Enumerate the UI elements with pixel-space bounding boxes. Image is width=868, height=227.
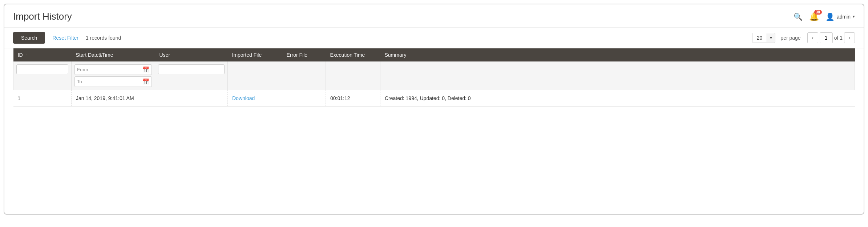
filter-summary-cell bbox=[380, 61, 855, 90]
col-header-imported[interactable]: Imported File bbox=[228, 48, 282, 61]
table-header-row: ID ↑ Start Date&Time User Imported File … bbox=[13, 48, 855, 61]
toolbar: Search Reset Filter 1 records found 20 ▾… bbox=[4, 28, 864, 48]
import-history-table: ID ↑ Start Date&Time User Imported File … bbox=[13, 48, 855, 107]
records-found: 1 records found bbox=[86, 35, 121, 41]
header-right: 🔍 🔔 38 👤 admin ▾ bbox=[794, 12, 855, 21]
prev-page-button[interactable]: ‹ bbox=[807, 32, 818, 43]
filter-error-cell bbox=[282, 61, 326, 90]
user-name: admin bbox=[837, 14, 851, 20]
page-of-label: of 1 bbox=[834, 35, 843, 41]
search-button[interactable]: Search bbox=[13, 32, 45, 44]
date-to-wrapper[interactable]: To 📅 bbox=[74, 76, 152, 87]
next-page-button[interactable]: › bbox=[844, 32, 855, 43]
per-page-value: 20 bbox=[752, 33, 767, 43]
table-wrapper: ID ↑ Start Date&Time User Imported File … bbox=[4, 48, 864, 114]
col-header-error[interactable]: Error File bbox=[282, 48, 326, 61]
cell-date: Jan 14, 2019, 9:41:01 AM bbox=[72, 90, 155, 107]
search-icon[interactable]: 🔍 bbox=[794, 12, 803, 21]
notification-badge: 38 bbox=[814, 10, 822, 15]
cell-exec-time: 00:01:12 bbox=[326, 90, 380, 107]
calendar-to-icon[interactable]: 📅 bbox=[142, 78, 149, 85]
cell-summary: Created: 1994, Updated: 0, Deleted: 0 bbox=[380, 90, 855, 107]
table-row: 1 Jan 14, 2019, 9:41:01 AM Download 00:0… bbox=[13, 90, 855, 107]
cell-id: 1 bbox=[13, 90, 72, 107]
cell-imported: Download bbox=[228, 90, 282, 107]
header: Import History 🔍 🔔 38 👤 admin ▾ bbox=[4, 4, 864, 28]
page-title: Import History bbox=[13, 11, 72, 22]
date-from-wrapper[interactable]: From 📅 bbox=[74, 64, 152, 75]
filter-imported-cell bbox=[228, 61, 282, 90]
user-icon: 👤 bbox=[825, 12, 835, 21]
page-number-input[interactable] bbox=[820, 32, 833, 43]
download-link[interactable]: Download bbox=[232, 95, 255, 101]
page-nav: ‹ of 1 › bbox=[807, 32, 855, 43]
user-menu[interactable]: 👤 admin ▾ bbox=[825, 12, 855, 21]
sort-icon-id: ↑ bbox=[26, 53, 28, 57]
per-page-dropdown-arrow[interactable]: ▾ bbox=[767, 33, 775, 42]
chevron-down-icon: ▾ bbox=[853, 14, 855, 19]
filter-user-cell bbox=[155, 61, 228, 90]
filter-date-cell: From 📅 To 📅 bbox=[72, 61, 155, 90]
reset-filter-button[interactable]: Reset Filter bbox=[51, 32, 80, 44]
col-header-user[interactable]: User bbox=[155, 48, 228, 61]
col-header-date[interactable]: Start Date&Time bbox=[72, 48, 155, 61]
calendar-from-icon[interactable]: 📅 bbox=[142, 66, 149, 73]
col-header-summary[interactable]: Summary bbox=[380, 48, 855, 61]
col-header-exec-time[interactable]: Execution Time bbox=[326, 48, 380, 61]
pagination-controls: 20 ▾ per page ‹ of 1 › bbox=[752, 32, 855, 43]
filter-id-cell bbox=[13, 61, 72, 90]
notification-bell[interactable]: 🔔 38 bbox=[809, 12, 819, 21]
date-to-placeholder: To bbox=[77, 79, 141, 84]
per-page-label: per page bbox=[780, 35, 800, 41]
date-filter-group: From 📅 To 📅 bbox=[74, 64, 152, 87]
cell-error bbox=[282, 90, 326, 107]
filter-user-input[interactable] bbox=[158, 64, 225, 74]
filter-id-input[interactable] bbox=[16, 64, 68, 74]
date-from-placeholder: From bbox=[77, 67, 141, 72]
cell-user bbox=[155, 90, 228, 107]
filter-row: From 📅 To 📅 bbox=[13, 61, 855, 90]
col-header-id[interactable]: ID ↑ bbox=[13, 48, 72, 61]
per-page-select[interactable]: 20 ▾ bbox=[752, 33, 776, 43]
filter-exec-cell bbox=[326, 61, 380, 90]
